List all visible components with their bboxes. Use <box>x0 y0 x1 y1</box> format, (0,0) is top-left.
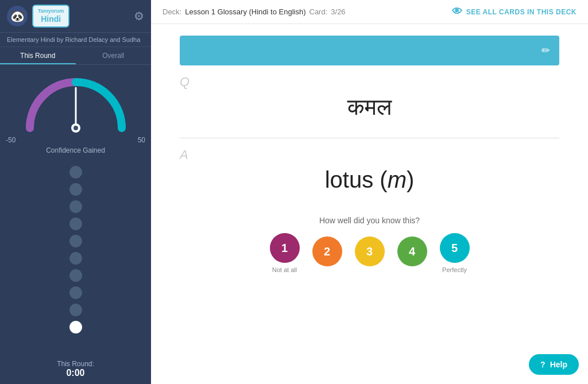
dot-3 <box>69 200 82 213</box>
see-all-icon: 👁 <box>452 6 463 18</box>
rating-btn-3[interactable]: 3 <box>355 236 385 270</box>
gear-icon[interactable]: ⚙ <box>134 9 144 23</box>
dot-1 <box>69 166 82 179</box>
sidebar: 🐼 Tanıyorum Hindi ⚙ Elementary Hindi by … <box>0 0 151 384</box>
main-content: Deck: Lesson 1 Glossary (Hindi to Englis… <box>151 0 588 384</box>
round-label: This Round: <box>57 360 94 368</box>
deck-badge-lang: Hindi <box>38 14 64 24</box>
round-info: This Round: 0:00 <box>51 354 100 384</box>
card-label: Card: <box>310 7 328 16</box>
dot-4 <box>69 218 82 230</box>
rating-circle-3[interactable]: 3 <box>355 236 385 266</box>
gauge-labels: -50 50 <box>6 136 145 144</box>
a-label: A <box>180 148 188 162</box>
dot-10 <box>69 321 82 333</box>
logo-icon: 🐼 <box>7 6 28 26</box>
rating-label-5: Perfectly <box>442 266 467 273</box>
help-label: Help <box>550 360 567 369</box>
see-all-text: SEE ALL CARDS IN THIS DECK <box>466 8 577 16</box>
gauge-area: -50 50 Confidence Gained <box>0 65 151 160</box>
rating-circle-2[interactable]: 2 <box>312 236 342 266</box>
help-button[interactable]: ? Help <box>529 354 579 375</box>
rating-section: How well did you know this? 1 Not at all… <box>180 210 559 285</box>
dot-2 <box>69 183 82 196</box>
dot-7 <box>69 269 82 282</box>
round-time: 0:00 <box>57 368 94 378</box>
help-icon: ? <box>540 360 546 369</box>
tab-this-round[interactable]: This Round <box>0 47 76 64</box>
dots-list <box>69 160 82 354</box>
deck-badge-top: Tanıyorum <box>38 8 64 14</box>
rating-circle-1[interactable]: 1 <box>270 233 300 263</box>
book-title: Elementary Hindi by Richard Delacy and S… <box>0 33 151 47</box>
dot-8 <box>69 286 82 299</box>
rating-buttons: 1 Not at all 2 3 4 5 Perfectly <box>270 233 470 273</box>
dot-9 <box>69 304 82 316</box>
rating-btn-2[interactable]: 2 <box>312 236 342 270</box>
rating-btn-1[interactable]: 1 Not at all <box>270 233 300 273</box>
question-text: कमल <box>180 77 559 132</box>
confidence-label: Confidence Gained <box>46 146 105 154</box>
gauge-min: -50 <box>6 136 16 144</box>
rating-prompt: How well did you know this? <box>319 216 420 225</box>
confidence-gauge <box>24 76 127 134</box>
gauge-max: 50 <box>138 136 145 144</box>
svg-point-2 <box>74 126 78 130</box>
rating-circle-5[interactable]: 5 <box>440 233 470 263</box>
question-section: Q कमल <box>180 65 559 138</box>
topbar: Deck: Lesson 1 Glossary (Hindi to Englis… <box>151 0 588 24</box>
card-area: ✏ Q कमल A lotus (m) How well did you kno… <box>151 24 588 384</box>
deck-label: Deck: <box>163 7 181 16</box>
answer-section: A lotus (m) <box>180 138 559 210</box>
see-all-link[interactable]: 👁 SEE ALL CARDS IN THIS DECK <box>452 6 577 18</box>
topbar-left: Deck: Lesson 1 Glossary (Hindi to Englis… <box>163 7 346 16</box>
rating-btn-4[interactable]: 4 <box>397 236 427 270</box>
card-count: 3/26 <box>331 7 345 16</box>
card-bar: ✏ <box>180 36 559 65</box>
deck-name: Lesson 1 Glossary (Hindi to English) <box>185 7 305 16</box>
rating-label-1: Not at all <box>272 266 297 273</box>
dot-6 <box>69 252 82 265</box>
answer-text: lotus (m) <box>180 150 559 204</box>
rating-btn-5[interactable]: 5 Perfectly <box>440 233 470 273</box>
dot-5 <box>69 235 82 247</box>
q-label: Q <box>180 75 189 90</box>
tab-overall[interactable]: Overall <box>76 47 152 64</box>
deck-badge: Tanıyorum Hindi <box>32 5 69 28</box>
tabs: This Round Overall <box>0 47 151 65</box>
logo-area: 🐼 Tanıyorum Hindi <box>7 5 69 28</box>
edit-icon[interactable]: ✏ <box>541 44 550 57</box>
sidebar-header: 🐼 Tanıyorum Hindi ⚙ <box>0 0 151 33</box>
rating-circle-4[interactable]: 4 <box>397 236 427 266</box>
